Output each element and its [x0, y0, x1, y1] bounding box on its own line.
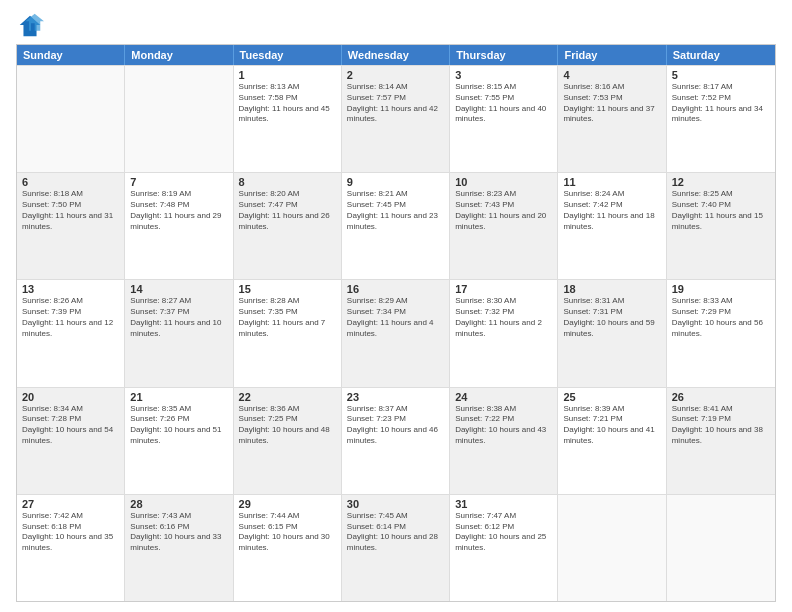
cell-info: Sunrise: 8:41 AMSunset: 7:19 PMDaylight:…: [672, 404, 770, 447]
day-number: 27: [22, 498, 119, 510]
calendar-cell: 24Sunrise: 8:38 AMSunset: 7:22 PMDayligh…: [450, 388, 558, 494]
day-number: 16: [347, 283, 444, 295]
calendar-cell: 20Sunrise: 8:34 AMSunset: 7:28 PMDayligh…: [17, 388, 125, 494]
day-number: 2: [347, 69, 444, 81]
cell-info: Sunrise: 8:21 AMSunset: 7:45 PMDaylight:…: [347, 189, 444, 232]
logo-icon: [16, 12, 44, 40]
cell-info: Sunrise: 8:29 AMSunset: 7:34 PMDaylight:…: [347, 296, 444, 339]
cell-info: Sunrise: 8:17 AMSunset: 7:52 PMDaylight:…: [672, 82, 770, 125]
calendar-cell: 6Sunrise: 8:18 AMSunset: 7:50 PMDaylight…: [17, 173, 125, 279]
calendar-cell: 14Sunrise: 8:27 AMSunset: 7:37 PMDayligh…: [125, 280, 233, 386]
cell-info: Sunrise: 8:16 AMSunset: 7:53 PMDaylight:…: [563, 82, 660, 125]
calendar-cell: 7Sunrise: 8:19 AMSunset: 7:48 PMDaylight…: [125, 173, 233, 279]
cell-info: Sunrise: 8:35 AMSunset: 7:26 PMDaylight:…: [130, 404, 227, 447]
day-number: 11: [563, 176, 660, 188]
day-number: 26: [672, 391, 770, 403]
day-number: 8: [239, 176, 336, 188]
calendar-header-cell: Monday: [125, 45, 233, 65]
cell-info: Sunrise: 8:24 AMSunset: 7:42 PMDaylight:…: [563, 189, 660, 232]
page: SundayMondayTuesdayWednesdayThursdayFrid…: [0, 0, 792, 612]
day-number: 7: [130, 176, 227, 188]
cell-info: Sunrise: 8:33 AMSunset: 7:29 PMDaylight:…: [672, 296, 770, 339]
calendar-cell: 26Sunrise: 8:41 AMSunset: 7:19 PMDayligh…: [667, 388, 775, 494]
cell-info: Sunrise: 7:43 AMSunset: 6:16 PMDaylight:…: [130, 511, 227, 554]
calendar-cell: [558, 495, 666, 601]
cell-info: Sunrise: 8:18 AMSunset: 7:50 PMDaylight:…: [22, 189, 119, 232]
calendar-cell: 5Sunrise: 8:17 AMSunset: 7:52 PMDaylight…: [667, 66, 775, 172]
logo: [16, 12, 48, 40]
calendar-cell: 16Sunrise: 8:29 AMSunset: 7:34 PMDayligh…: [342, 280, 450, 386]
calendar-cell: 25Sunrise: 8:39 AMSunset: 7:21 PMDayligh…: [558, 388, 666, 494]
day-number: 22: [239, 391, 336, 403]
day-number: 10: [455, 176, 552, 188]
day-number: 25: [563, 391, 660, 403]
calendar: SundayMondayTuesdayWednesdayThursdayFrid…: [16, 44, 776, 602]
cell-info: Sunrise: 8:37 AMSunset: 7:23 PMDaylight:…: [347, 404, 444, 447]
day-number: 9: [347, 176, 444, 188]
day-number: 19: [672, 283, 770, 295]
cell-info: Sunrise: 7:45 AMSunset: 6:14 PMDaylight:…: [347, 511, 444, 554]
day-number: 13: [22, 283, 119, 295]
calendar-cell: [667, 495, 775, 601]
calendar-cell: 11Sunrise: 8:24 AMSunset: 7:42 PMDayligh…: [558, 173, 666, 279]
calendar-cell: 2Sunrise: 8:14 AMSunset: 7:57 PMDaylight…: [342, 66, 450, 172]
calendar-cell: 28Sunrise: 7:43 AMSunset: 6:16 PMDayligh…: [125, 495, 233, 601]
cell-info: Sunrise: 8:36 AMSunset: 7:25 PMDaylight:…: [239, 404, 336, 447]
cell-info: Sunrise: 8:34 AMSunset: 7:28 PMDaylight:…: [22, 404, 119, 447]
calendar-week-row: 20Sunrise: 8:34 AMSunset: 7:28 PMDayligh…: [17, 387, 775, 494]
calendar-week-row: 6Sunrise: 8:18 AMSunset: 7:50 PMDaylight…: [17, 172, 775, 279]
cell-info: Sunrise: 8:30 AMSunset: 7:32 PMDaylight:…: [455, 296, 552, 339]
header: [16, 12, 776, 40]
day-number: 4: [563, 69, 660, 81]
day-number: 20: [22, 391, 119, 403]
calendar-header-cell: Thursday: [450, 45, 558, 65]
day-number: 30: [347, 498, 444, 510]
cell-info: Sunrise: 8:31 AMSunset: 7:31 PMDaylight:…: [563, 296, 660, 339]
day-number: 24: [455, 391, 552, 403]
calendar-cell: 8Sunrise: 8:20 AMSunset: 7:47 PMDaylight…: [234, 173, 342, 279]
calendar-cell: 31Sunrise: 7:47 AMSunset: 6:12 PMDayligh…: [450, 495, 558, 601]
day-number: 14: [130, 283, 227, 295]
cell-info: Sunrise: 7:44 AMSunset: 6:15 PMDaylight:…: [239, 511, 336, 554]
calendar-body: 1Sunrise: 8:13 AMSunset: 7:58 PMDaylight…: [17, 65, 775, 601]
calendar-cell: 29Sunrise: 7:44 AMSunset: 6:15 PMDayligh…: [234, 495, 342, 601]
cell-info: Sunrise: 8:38 AMSunset: 7:22 PMDaylight:…: [455, 404, 552, 447]
day-number: 17: [455, 283, 552, 295]
calendar-header-cell: Saturday: [667, 45, 775, 65]
calendar-cell: 10Sunrise: 8:23 AMSunset: 7:43 PMDayligh…: [450, 173, 558, 279]
day-number: 3: [455, 69, 552, 81]
cell-info: Sunrise: 8:23 AMSunset: 7:43 PMDaylight:…: [455, 189, 552, 232]
calendar-cell: 4Sunrise: 8:16 AMSunset: 7:53 PMDaylight…: [558, 66, 666, 172]
calendar-header-cell: Friday: [558, 45, 666, 65]
calendar-cell: 30Sunrise: 7:45 AMSunset: 6:14 PMDayligh…: [342, 495, 450, 601]
calendar-cell: 23Sunrise: 8:37 AMSunset: 7:23 PMDayligh…: [342, 388, 450, 494]
day-number: 28: [130, 498, 227, 510]
cell-info: Sunrise: 7:47 AMSunset: 6:12 PMDaylight:…: [455, 511, 552, 554]
cell-info: Sunrise: 8:25 AMSunset: 7:40 PMDaylight:…: [672, 189, 770, 232]
calendar-cell: [17, 66, 125, 172]
calendar-header-cell: Wednesday: [342, 45, 450, 65]
cell-info: Sunrise: 8:39 AMSunset: 7:21 PMDaylight:…: [563, 404, 660, 447]
day-number: 18: [563, 283, 660, 295]
day-number: 31: [455, 498, 552, 510]
calendar-cell: 21Sunrise: 8:35 AMSunset: 7:26 PMDayligh…: [125, 388, 233, 494]
cell-info: Sunrise: 8:13 AMSunset: 7:58 PMDaylight:…: [239, 82, 336, 125]
day-number: 23: [347, 391, 444, 403]
calendar-cell: 18Sunrise: 8:31 AMSunset: 7:31 PMDayligh…: [558, 280, 666, 386]
calendar-cell: 12Sunrise: 8:25 AMSunset: 7:40 PMDayligh…: [667, 173, 775, 279]
calendar-cell: 15Sunrise: 8:28 AMSunset: 7:35 PMDayligh…: [234, 280, 342, 386]
calendar-week-row: 13Sunrise: 8:26 AMSunset: 7:39 PMDayligh…: [17, 279, 775, 386]
calendar-cell: 3Sunrise: 8:15 AMSunset: 7:55 PMDaylight…: [450, 66, 558, 172]
cell-info: Sunrise: 8:27 AMSunset: 7:37 PMDaylight:…: [130, 296, 227, 339]
calendar-week-row: 27Sunrise: 7:42 AMSunset: 6:18 PMDayligh…: [17, 494, 775, 601]
cell-info: Sunrise: 8:14 AMSunset: 7:57 PMDaylight:…: [347, 82, 444, 125]
calendar-cell: 17Sunrise: 8:30 AMSunset: 7:32 PMDayligh…: [450, 280, 558, 386]
calendar-header-cell: Sunday: [17, 45, 125, 65]
day-number: 29: [239, 498, 336, 510]
calendar-cell: 22Sunrise: 8:36 AMSunset: 7:25 PMDayligh…: [234, 388, 342, 494]
calendar-week-row: 1Sunrise: 8:13 AMSunset: 7:58 PMDaylight…: [17, 65, 775, 172]
day-number: 6: [22, 176, 119, 188]
cell-info: Sunrise: 8:20 AMSunset: 7:47 PMDaylight:…: [239, 189, 336, 232]
day-number: 1: [239, 69, 336, 81]
calendar-cell: 1Sunrise: 8:13 AMSunset: 7:58 PMDaylight…: [234, 66, 342, 172]
